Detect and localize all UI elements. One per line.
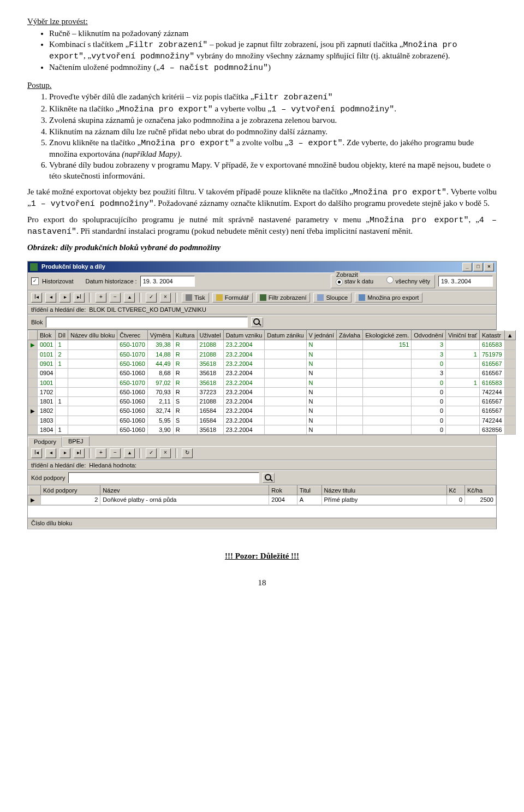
bullet-3: Načtením uložené podmnožiny („4 – načíst…: [49, 62, 497, 74]
sub-search-input[interactable]: [68, 472, 259, 483]
toolbar-row-2: I◂ ◂ ▸ ▸I + − ▴ ✓ × Tisk Formulář Filtr …: [28, 291, 496, 305]
table-row[interactable]: 01012650-107014,88R2108823.2.2004N317519…: [28, 349, 516, 359]
datum-historizace-input[interactable]: 19. 3. 2004: [140, 276, 195, 287]
table-row[interactable]: 1803650-10605,95S1658423.2.2004N0742244: [28, 416, 516, 425]
nav-prev-button[interactable]: ◂: [45, 293, 56, 303]
radio-vsechny-vety[interactable]: [386, 276, 394, 283]
tisk-button[interactable]: Tisk: [182, 293, 209, 303]
table-row[interactable]: 1702650-106070,93R3722323.2.2004N0742244: [28, 387, 516, 396]
column-header[interactable]: Kč/ha: [465, 485, 496, 495]
column-header[interactable]: Rok: [269, 485, 297, 495]
minimize-button[interactable]: _: [462, 263, 472, 271]
tab-podpory[interactable]: Podpory: [28, 437, 62, 446]
column-header[interactable]: Viniční trať: [446, 331, 480, 340]
warning-text: !!! Pozor: Důležité !!!: [27, 551, 497, 562]
step-1: Proveďte výběr dílů dle zadaných kritéri…: [49, 92, 497, 103]
sub-search-button[interactable]: [263, 473, 275, 483]
date2-input[interactable]: 19. 3..2004: [438, 276, 493, 287]
column-header[interactable]: Závlaha: [337, 331, 363, 340]
sub-nav-first-button[interactable]: I◂: [31, 448, 42, 458]
sub-sort-value: Hledaná hodnota:: [89, 461, 136, 469]
column-header[interactable]: Název: [100, 485, 269, 495]
sort-info-row: třídění a hledání dle: BLOK DIL CTVEREC_…: [28, 305, 496, 315]
nav-cancel-button[interactable]: ×: [160, 293, 171, 303]
column-header[interactable]: Datum vzniku: [223, 331, 265, 340]
step-5: Znovu klikněte na tlačítko „Množina pro …: [49, 138, 497, 159]
magnifier-icon-2: [265, 474, 272, 482]
sub-grid[interactable]: Kód podporyNázevRokTitulNázev tituluKčKč…: [28, 485, 496, 518]
table-row[interactable]: 18011650-10602,11S2108823.2.2004N0616567: [28, 397, 516, 406]
sub-nav-cancel-button[interactable]: ×: [160, 448, 171, 458]
mnozina-pro-export-button[interactable]: Množina pro export: [355, 293, 422, 303]
table-row[interactable]: 1001650-107097,02R3561823.2.2004N0161658…: [28, 378, 516, 387]
column-header[interactable]: Kód podpory: [41, 485, 100, 495]
table-row[interactable]: 09011650-106044,49R3561823.2.2004N061656…: [28, 359, 516, 368]
column-header[interactable]: Katastr: [479, 331, 504, 340]
column-header[interactable]: Uživatel: [197, 331, 223, 340]
sub-sort-label: třídění a hledání dle:: [31, 461, 86, 469]
column-header[interactable]: Blok: [38, 331, 56, 340]
column-header[interactable]: Titul: [297, 485, 321, 495]
sub-nav-prev-button[interactable]: ◂: [45, 448, 56, 458]
sub-nav-delete-button[interactable]: −: [110, 448, 121, 458]
bullet-2: Kombinací s tlačítkem „Filtr zobrazení" …: [49, 39, 497, 62]
sub-separator-3: [175, 448, 177, 458]
separator: [89, 293, 91, 303]
table-row[interactable]: ▶1802650-106032,74R1658423.2.2004N061656…: [28, 406, 516, 416]
bullet-1: Ručně – kliknutím na požadovaný záznam: [49, 28, 497, 39]
form-icon: [216, 294, 223, 301]
column-header[interactable]: Kultura: [173, 331, 197, 340]
column-header[interactable]: V jednání: [306, 331, 336, 340]
nav-next-button[interactable]: ▸: [59, 293, 70, 303]
column-header[interactable]: Název dílu bloku: [68, 331, 117, 340]
formular-button[interactable]: Formulář: [212, 293, 253, 303]
nav-edit-button[interactable]: ▴: [124, 293, 135, 303]
historizovat-checkbox[interactable]: ✓: [31, 277, 39, 285]
sloupce-button[interactable]: Sloupce: [313, 293, 352, 303]
close-button[interactable]: ×: [484, 263, 494, 271]
nav-add-button[interactable]: +: [96, 293, 106, 303]
nav-confirm-button[interactable]: ✓: [146, 293, 157, 303]
nav-first-button[interactable]: I◂: [31, 293, 42, 303]
column-header[interactable]: Odvodnění: [412, 331, 446, 340]
sub-search-row: Kód podpory: [28, 470, 496, 485]
maximize-button[interactable]: □: [473, 263, 483, 271]
postup-heading: Postup.: [27, 80, 497, 91]
column-header[interactable]: Ekologické zem.: [363, 331, 412, 340]
separator-2: [139, 293, 141, 303]
search-row: Blok: [28, 315, 496, 330]
sub-nav-confirm-button[interactable]: ✓: [146, 448, 157, 458]
column-header[interactable]: Výměra: [147, 331, 173, 340]
search-input[interactable]: [46, 317, 248, 328]
sub-nav-refresh-button[interactable]: ↻: [182, 448, 193, 458]
nav-last-button[interactable]: ▸I: [74, 293, 85, 303]
nav-delete-button[interactable]: −: [110, 293, 121, 303]
radio-stav-k-datu[interactable]: [336, 278, 343, 286]
table-row[interactable]: ▶2Doňkové platby - orná půda2004APřímé p…: [28, 495, 496, 505]
step-3: Zvolená skupina záznamů je označena jako…: [49, 115, 497, 126]
column-header[interactable]: Kč: [446, 485, 465, 495]
column-header[interactable]: Název titulu: [321, 485, 446, 495]
table-row[interactable]: 0904650-10608,68R3561823.2.2004N3616567: [28, 369, 516, 378]
zobrazit-group: Zobrazit stav k datu všechny věty: [331, 275, 435, 288]
table-row[interactable]: 18041650-10603,90R3561823.2.2004N0632856: [28, 425, 516, 435]
sub-nav-next-button[interactable]: ▸: [59, 448, 70, 458]
sub-search-label: Kód podpory: [31, 474, 65, 482]
page-number: 18: [27, 578, 497, 589]
tab-bpej[interactable]: BPEJ: [62, 436, 90, 446]
column-header[interactable]: Díl: [56, 331, 68, 340]
table-row[interactable]: ▶00011650-107039,38R2108823.2.2004N15136…: [28, 340, 516, 349]
main-grid[interactable]: BlokDílNázev dílu blokuČtverecVýměraKult…: [28, 330, 496, 435]
sub-nav-edit-button[interactable]: ▴: [124, 448, 135, 458]
column-header[interactable]: Datum zániku: [265, 331, 306, 340]
export-icon: [359, 294, 365, 301]
column-header[interactable]: Čtverec: [117, 331, 148, 340]
columns-icon: [317, 294, 324, 301]
search-button[interactable]: [251, 317, 263, 327]
radio-vsechny-label: všechny věty: [395, 278, 430, 285]
sub-nav-add-button[interactable]: +: [96, 448, 106, 458]
sub-separator: [89, 448, 91, 458]
search-domain-label: Blok: [31, 318, 43, 326]
sub-nav-last-button[interactable]: ▸I: [74, 448, 85, 458]
filtr-zobrazeni-button[interactable]: Filtr zobrazení: [256, 293, 311, 303]
